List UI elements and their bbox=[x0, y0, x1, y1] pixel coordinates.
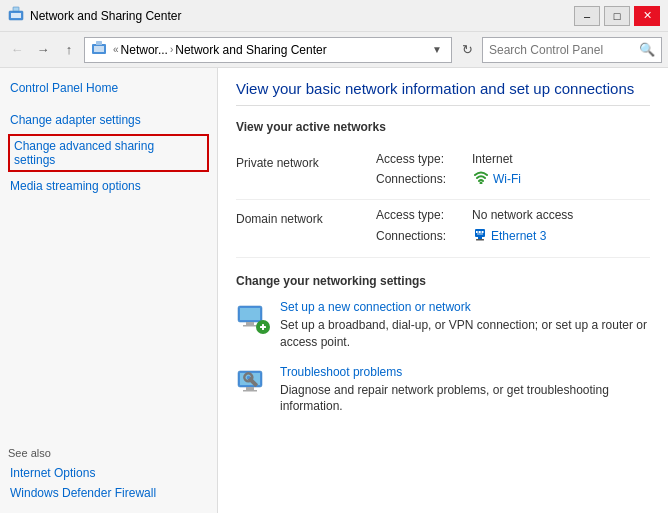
domain-access-row: Access type: No network access bbox=[376, 208, 650, 222]
title-bar-title: Network and Sharing Center bbox=[30, 9, 574, 23]
forward-button[interactable]: → bbox=[32, 39, 54, 61]
domain-access-value: No network access bbox=[472, 208, 573, 222]
svg-rect-23 bbox=[246, 387, 254, 390]
troubleshoot-desc: Diagnose and repair network problems, or… bbox=[280, 382, 650, 416]
domain-network-row: Domain network Access type: No network a… bbox=[236, 200, 650, 258]
address-bar: « Networ... › Network and Sharing Center… bbox=[84, 37, 452, 63]
domain-access-label: Access type: bbox=[376, 208, 466, 222]
change-settings-title: Change your networking settings bbox=[236, 274, 650, 288]
svg-rect-17 bbox=[243, 325, 257, 327]
troubleshoot-icon bbox=[236, 365, 270, 399]
svg-rect-4 bbox=[94, 46, 104, 52]
address-segments: « Networ... › Network and Sharing Center bbox=[113, 43, 425, 57]
domain-network-info: Access type: No network access Connectio… bbox=[376, 208, 650, 249]
svg-rect-11 bbox=[476, 231, 478, 233]
sidebar-change-adapter[interactable]: Change adapter settings bbox=[8, 110, 209, 130]
search-input[interactable] bbox=[489, 43, 639, 57]
troubleshoot-text: Troubleshoot problems Diagnose and repai… bbox=[280, 365, 650, 416]
sidebar-spacer bbox=[8, 198, 209, 425]
new-connection-text: Set up a new connection or network Set u… bbox=[280, 300, 650, 351]
address-segment-current[interactable]: Network and Sharing Center bbox=[175, 43, 326, 57]
sidebar: Control Panel Home Change adapter settin… bbox=[0, 68, 218, 513]
sidebar-windows-defender[interactable]: Windows Defender Firewall bbox=[8, 483, 209, 503]
private-network-name: Private network bbox=[236, 152, 366, 170]
troubleshoot-link[interactable]: Troubleshoot problems bbox=[280, 365, 402, 379]
maximize-button[interactable]: □ bbox=[604, 6, 630, 26]
sidebar-media-streaming[interactable]: Media streaming options bbox=[8, 176, 209, 196]
domain-network-name: Domain network bbox=[236, 208, 366, 226]
sidebar-control-panel-home[interactable]: Control Panel Home bbox=[8, 78, 209, 98]
domain-connections-label: Connections: bbox=[376, 229, 466, 243]
svg-rect-24 bbox=[243, 390, 257, 392]
new-connection-item: Set up a new connection or network Set u… bbox=[236, 300, 650, 351]
svg-rect-12 bbox=[479, 231, 481, 233]
svg-rect-10 bbox=[476, 239, 484, 241]
private-access-label: Access type: bbox=[376, 152, 466, 166]
sidebar-internet-options[interactable]: Internet Options bbox=[8, 463, 209, 483]
new-connection-link[interactable]: Set up a new connection or network bbox=[280, 300, 471, 314]
private-connections-label: Connections: bbox=[376, 172, 466, 186]
title-bar: Network and Sharing Center – □ ✕ bbox=[0, 0, 668, 32]
svg-rect-5 bbox=[96, 41, 102, 45]
networks-section: View your active networks Private networ… bbox=[236, 120, 650, 258]
svg-rect-9 bbox=[478, 237, 482, 239]
svg-rect-2 bbox=[13, 7, 19, 11]
svg-rect-15 bbox=[240, 308, 260, 320]
private-network-row: Private network Access type: Internet Co… bbox=[236, 144, 650, 200]
content-area: View your basic network information and … bbox=[218, 68, 668, 513]
title-bar-icon bbox=[8, 6, 24, 25]
address-icon bbox=[91, 40, 107, 59]
back-button[interactable]: ← bbox=[6, 39, 28, 61]
domain-connections-row: Connections: bbox=[376, 226, 650, 245]
private-connections-row: Connections: W bbox=[376, 170, 650, 187]
see-also-label: See also bbox=[8, 447, 209, 459]
new-connection-icon bbox=[236, 300, 270, 334]
refresh-button[interactable]: ↻ bbox=[456, 39, 478, 61]
address-dropdown-icon[interactable]: ▼ bbox=[429, 42, 445, 58]
wifi-icon bbox=[472, 170, 490, 187]
nav-bar: ← → ↑ « Networ... › Network and Sharing … bbox=[0, 32, 668, 68]
minimize-button[interactable]: – bbox=[574, 6, 600, 26]
private-network-info: Access type: Internet Connections: bbox=[376, 152, 650, 191]
search-icon: 🔍 bbox=[639, 42, 655, 57]
new-connection-desc: Set up a broadband, dial-up, or VPN conn… bbox=[280, 317, 650, 351]
svg-point-6 bbox=[480, 182, 483, 185]
title-bar-controls: – □ ✕ bbox=[574, 6, 660, 26]
private-access-row: Access type: Internet bbox=[376, 152, 650, 166]
main-content: Control Panel Home Change adapter settin… bbox=[0, 68, 668, 513]
svg-rect-13 bbox=[482, 231, 484, 233]
private-access-value: Internet bbox=[472, 152, 513, 166]
active-networks-label: View your active networks bbox=[236, 120, 650, 134]
troubleshoot-item: Troubleshoot problems Diagnose and repai… bbox=[236, 365, 650, 416]
domain-ethernet-link[interactable]: Ethernet 3 bbox=[491, 229, 546, 243]
sidebar-change-advanced-sharing[interactable]: Change advanced sharing settings bbox=[8, 134, 209, 172]
close-button[interactable]: ✕ bbox=[634, 6, 660, 26]
private-wifi-link[interactable]: Wi-Fi bbox=[493, 172, 521, 186]
svg-rect-20 bbox=[262, 324, 264, 330]
svg-rect-16 bbox=[246, 322, 254, 325]
address-segment-network[interactable]: Networ... bbox=[121, 43, 168, 57]
ethernet-icon bbox=[472, 226, 488, 245]
search-box: 🔍 bbox=[482, 37, 662, 63]
page-title: View your basic network information and … bbox=[236, 80, 650, 106]
up-button[interactable]: ↑ bbox=[58, 39, 80, 61]
svg-rect-1 bbox=[11, 13, 21, 18]
change-settings-section: Change your networking settings bbox=[236, 274, 650, 415]
sidebar-footer: See also Internet Options Windows Defend… bbox=[8, 435, 209, 503]
